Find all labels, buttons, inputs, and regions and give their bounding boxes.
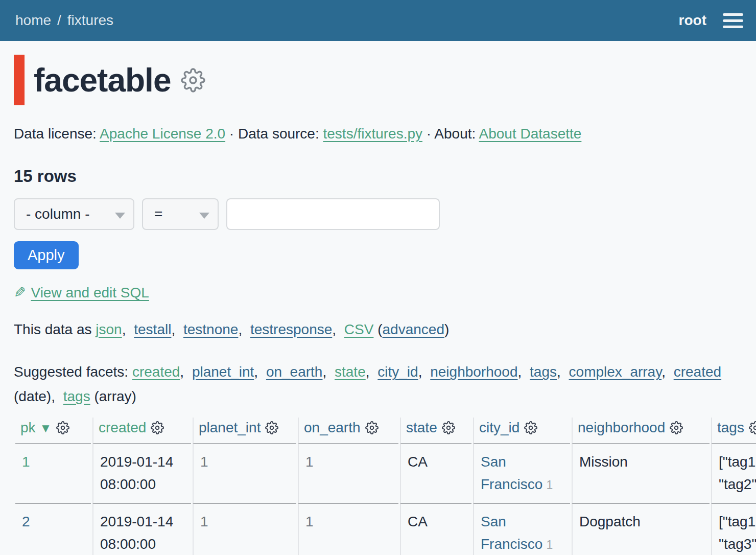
cell-tags: ["tag1", "tag2"]	[711, 444, 756, 504]
planet-int-value: 1	[200, 454, 208, 470]
city-link[interactable]: San Francisco	[481, 514, 542, 552]
cell-created: 2019-01-14 08:00:00	[92, 504, 191, 555]
column-header-on-earth: on_earth	[298, 418, 398, 444]
comma-separator: ,	[180, 364, 184, 380]
column-header-created: created	[92, 418, 191, 444]
page-title: facetable	[34, 61, 171, 99]
row-pk-link[interactable]: 1	[22, 454, 30, 470]
column-header-tags-link[interactable]: tags	[717, 420, 744, 435]
facet-link-neighborhood[interactable]: neighborhood	[430, 364, 517, 380]
column-header-city-id-link[interactable]: city_id	[479, 420, 519, 435]
facet-link-on-earth[interactable]: on_earth	[266, 364, 323, 380]
page-title-row: facetable	[14, 55, 742, 105]
comma-separator: ,	[518, 364, 522, 380]
facet-link-tags[interactable]: tags	[530, 364, 557, 380]
about-label: About:	[434, 126, 476, 142]
export-link-testall[interactable]: testall	[134, 321, 171, 337]
export-link-testnone[interactable]: testnone	[183, 321, 238, 337]
facet-suffix: (array)	[90, 388, 136, 404]
comma-separator: ,	[122, 321, 126, 337]
breadcrumb-home-link[interactable]: home	[15, 12, 51, 29]
table-row: 2 2019-01-14 08:00:00 1 1 CA San Francis…	[15, 504, 756, 555]
column-header-created-link[interactable]: created	[99, 420, 146, 435]
export-link-advanced[interactable]: advanced	[383, 321, 444, 337]
column-menu-gear-icon[interactable]	[265, 421, 278, 438]
column-header-pk: pk▼	[15, 418, 91, 444]
user-menu-label[interactable]: root	[679, 12, 706, 29]
sql-link-row: ✎View and edit SQL	[14, 284, 742, 301]
filter-value-input[interactable]	[226, 198, 440, 230]
comma-separator: ,	[557, 364, 561, 380]
comma-separator: ,	[171, 321, 175, 337]
facet-link-planet-int[interactable]: planet_int	[192, 364, 254, 380]
facet-link-city-id[interactable]: city_id	[377, 364, 418, 380]
column-header-neighborhood-link[interactable]: neighborhood	[578, 420, 665, 435]
column-header-city-id: city_id	[473, 418, 570, 444]
title-accent-bar	[14, 55, 25, 105]
top-navigation-bar: home/fixtures root	[0, 0, 756, 41]
column-header-planet-int-link[interactable]: planet_int	[199, 420, 261, 435]
column-menu-gear-icon[interactable]	[365, 421, 379, 438]
export-link-csv[interactable]: CSV	[344, 321, 374, 337]
column-menu-gear-icon[interactable]	[749, 421, 756, 438]
license-link[interactable]: Apache License 2.0	[100, 126, 225, 142]
cell-neighborhood: Mission	[572, 444, 710, 504]
export-link-json[interactable]: json	[96, 321, 122, 337]
dot-separator: ·	[427, 126, 431, 142]
export-link-testresponse[interactable]: testresponse	[250, 321, 332, 337]
table-row: 1 2019-01-14 08:00:00 1 1 CA San Francis…	[15, 444, 756, 504]
view-edit-sql-link[interactable]: View and edit SQL	[31, 285, 149, 300]
comma-separator: ,	[51, 388, 55, 404]
facet-link-complex-array[interactable]: complex_array	[569, 364, 662, 380]
column-menu-gear-icon[interactable]	[670, 421, 683, 438]
about-link[interactable]: About Datasette	[479, 126, 582, 142]
comma-separator: ,	[662, 364, 666, 380]
row-pk-link[interactable]: 2	[22, 514, 30, 529]
cell-pk: 2	[15, 504, 91, 555]
breadcrumb-separator: /	[57, 12, 61, 29]
city-link[interactable]: San Francisco	[481, 454, 542, 492]
facet-link-tags-array[interactable]: tags	[63, 388, 90, 404]
column-header-on-earth-link[interactable]: on_earth	[304, 420, 361, 435]
column-header-pk-link[interactable]: pk	[20, 420, 36, 435]
planet-int-value: 1	[200, 514, 208, 529]
chevron-down-icon	[115, 213, 125, 219]
column-menu-gear-icon[interactable]	[151, 421, 164, 438]
hamburger-menu-icon[interactable]	[723, 11, 743, 30]
main-content: facetable Data license: Apache License 2…	[0, 55, 756, 555]
suggested-facets-row: Suggested facets: created, planet_int, o…	[14, 360, 742, 409]
facet-suffix: (date)	[14, 388, 51, 404]
filter-row: - column - =	[14, 198, 742, 230]
column-menu-gear-icon[interactable]	[442, 421, 455, 438]
cell-on-earth: 1	[298, 504, 398, 555]
sort-desc-icon: ▼	[40, 421, 52, 435]
column-menu-gear-icon[interactable]	[524, 421, 537, 438]
cell-city-id: San Francisco1	[473, 504, 570, 555]
dot-separator: ·	[229, 126, 234, 142]
column-header-state-link[interactable]: state	[406, 420, 437, 435]
filter-column-select[interactable]: - column -	[14, 198, 134, 230]
facet-link-created-date[interactable]: created	[674, 364, 721, 380]
source-label: Data source:	[238, 126, 319, 142]
pencil-icon: ✎	[14, 284, 26, 301]
apply-button[interactable]: Apply	[14, 241, 79, 269]
table-settings-gear-icon[interactable]	[181, 68, 205, 92]
created-value: 2019-01-14 08:00:00	[100, 454, 173, 492]
comma-separator: ,	[322, 364, 326, 380]
table-header-row: pk▼ created planet_int on_earth state ci…	[15, 418, 756, 444]
column-header-planet-int: planet_int	[193, 418, 296, 444]
facet-link-state[interactable]: state	[335, 364, 366, 380]
column-header-state: state	[400, 418, 471, 444]
filter-operator-select[interactable]: =	[142, 198, 219, 230]
cell-state: CA	[400, 444, 471, 504]
state-value: CA	[408, 454, 428, 470]
comma-separator: ,	[254, 364, 258, 380]
on-earth-value: 1	[305, 454, 314, 470]
breadcrumb-current-link[interactable]: fixtures	[67, 12, 113, 29]
cell-created: 2019-01-14 08:00:00	[92, 444, 191, 504]
cell-pk: 1	[15, 444, 91, 504]
source-link[interactable]: tests/fixtures.py	[323, 126, 423, 142]
facet-link-created[interactable]: created	[132, 364, 180, 380]
column-menu-gear-icon[interactable]	[56, 421, 69, 438]
column-header-neighborhood: neighborhood	[572, 418, 710, 444]
